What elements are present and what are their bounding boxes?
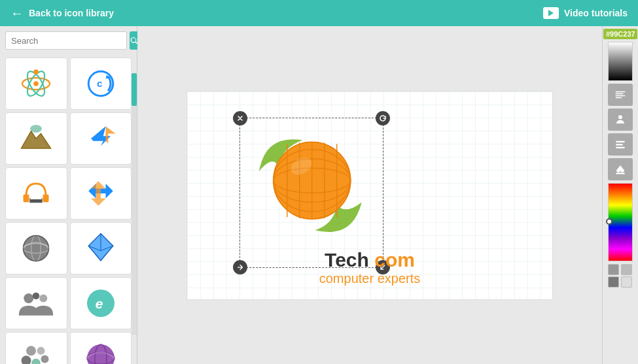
svg-point-25	[32, 359, 41, 364]
sidebar-scrollbar	[132, 73, 137, 335]
list-item[interactable]	[70, 332, 132, 364]
fill-icon	[614, 163, 626, 175]
handle-top-right[interactable]	[376, 111, 390, 125]
icon-sphere-purple	[81, 339, 120, 364]
align-text-icon	[614, 89, 626, 101]
color-hex-display: #99C237	[603, 29, 637, 39]
svg-rect-45	[616, 173, 625, 174]
person-icon-button[interactable]	[608, 108, 633, 131]
back-label: Back to icon library	[29, 8, 114, 18]
main-layout: c	[0, 26, 638, 364]
list-item[interactable]	[70, 222, 132, 274]
canvas-title: Tech com	[187, 249, 552, 271]
color-pin	[606, 218, 612, 225]
svg-rect-43	[616, 144, 623, 145]
icon-grid: c	[0, 55, 137, 364]
handle-top-left[interactable]	[233, 111, 247, 125]
sidebar-scroll-thumb	[132, 73, 137, 106]
person-icon	[614, 114, 626, 125]
svg-text:e: e	[96, 296, 103, 311]
video-icon	[543, 7, 559, 19]
svg-point-3	[34, 81, 39, 86]
logo-selection-box[interactable]	[239, 118, 383, 268]
svg-text:c: c	[97, 78, 102, 89]
list-item[interactable]	[5, 222, 67, 274]
color-grid	[608, 264, 633, 288]
icon-arrows-multi	[81, 174, 120, 213]
list-item[interactable]: c	[70, 58, 132, 110]
list-item[interactable]	[5, 167, 67, 220]
canvas-title-black: Tech	[325, 249, 374, 271]
canvas-text: Tech com computer experts	[187, 249, 552, 286]
svg-point-17	[24, 293, 34, 303]
canvas-title-orange: com	[374, 249, 415, 271]
svg-point-4	[34, 69, 39, 74]
right-panel: #99C237	[602, 26, 638, 364]
list-item[interactable]	[5, 58, 67, 110]
canvas-area: Tech com computer experts	[137, 26, 602, 364]
color-swatch-grey4[interactable]	[621, 276, 632, 288]
refresh-icon	[379, 114, 387, 122]
svg-point-18	[40, 295, 48, 303]
icon-diamond	[81, 229, 120, 268]
icon-headphones	[16, 174, 56, 213]
search-bar	[0, 26, 137, 55]
align-text-button[interactable]	[608, 84, 633, 106]
icon-sphere-grey	[16, 229, 56, 268]
icon-atom	[16, 64, 56, 103]
svg-rect-9	[43, 195, 49, 203]
canvas-subtitle: computer experts	[187, 271, 552, 286]
list-item[interactable]	[70, 112, 132, 165]
icon-arrow-blue	[81, 119, 120, 158]
icon-community	[16, 284, 56, 323]
text-style-button[interactable]	[608, 133, 633, 156]
svg-point-7	[30, 125, 42, 133]
list-item[interactable]	[70, 167, 132, 220]
logo-globe	[247, 122, 378, 252]
svg-point-23	[37, 347, 45, 355]
list-item[interactable]	[5, 332, 67, 364]
back-button[interactable]: ← Back to icon library	[10, 6, 114, 21]
top-bar: ← Back to icon library Video tutorials	[0, 0, 638, 26]
icon-cycle: c	[81, 64, 120, 103]
color-gradient[interactable]	[608, 42, 633, 81]
svg-point-19	[33, 293, 40, 300]
sidebar: c	[0, 26, 137, 364]
text-style-icon	[614, 139, 626, 150]
icon-mountain-brown	[16, 119, 56, 158]
color-swatch-grey3[interactable]	[608, 276, 619, 288]
svg-point-22	[26, 346, 36, 356]
video-tutorials-button[interactable]: Video tutorials	[543, 7, 628, 19]
list-item[interactable]	[5, 112, 67, 165]
right-tool-buttons	[608, 84, 633, 106]
svg-point-26	[41, 356, 49, 363]
icon-e-circle: e	[81, 284, 120, 323]
svg-rect-44	[616, 147, 625, 148]
search-input[interactable]	[5, 31, 127, 50]
canvas-wrapper: Tech com computer experts	[137, 26, 602, 364]
svg-point-24	[22, 356, 31, 364]
list-item[interactable]	[5, 277, 67, 329]
globe-svg	[247, 122, 371, 246]
close-icon	[236, 114, 244, 122]
color-swatch-grey1[interactable]	[608, 264, 619, 275]
svg-rect-42	[616, 141, 625, 142]
canvas[interactable]: Tech com computer experts	[186, 91, 553, 300]
back-arrow-icon: ←	[10, 6, 24, 21]
icon-flower	[16, 339, 56, 364]
svg-point-41	[618, 115, 622, 119]
color-rainbow-picker[interactable]	[608, 183, 633, 261]
color-swatch-grey2[interactable]	[621, 264, 632, 275]
svg-rect-8	[24, 195, 29, 203]
video-label: Video tutorials	[564, 8, 628, 18]
list-item[interactable]: e	[70, 277, 132, 329]
fill-button[interactable]	[608, 158, 633, 180]
